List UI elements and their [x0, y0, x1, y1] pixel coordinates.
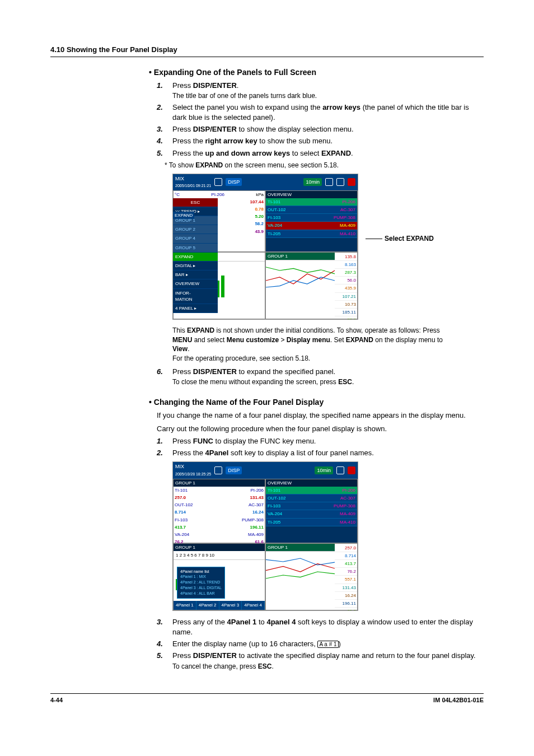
title-mix: MIX2005/10/01 09:21:21: [175, 175, 211, 189]
step-4: 4. Press the right arrow key to show the…: [157, 136, 484, 146]
screenshot-2-wrap: MIX2005/10/28 18:25:25 DISP 10min GROUP …: [172, 461, 484, 613]
below-note-1: This EXPAND is not shown under the initi…: [172, 326, 452, 363]
softkeys: 4Panel 1 4Panel 2 4Panel 3 4Panel 4: [174, 601, 265, 609]
menu-expand[interactable]: EXPAND: [173, 253, 218, 262]
step6-sub: To close the menu without expanding the …: [172, 377, 484, 387]
interval-chip: 10min: [303, 178, 322, 186]
q4-values: 135.8 8.163 287.3 56.0 435.9 107.21 10.7…: [335, 253, 357, 319]
step-3: 3. Press DISP/ENTER to show the display …: [157, 124, 484, 134]
keyboard-icon: [214, 466, 222, 474]
page-footer: 4-44 IM 04L42B01-01E: [50, 693, 484, 704]
steps-expand-6: 6. Press DISP/ENTER to expand the specif…: [157, 367, 484, 387]
titlebar-1: MIX2005/10/01 09:21:21 DISP 10min: [173, 174, 358, 190]
step1-sub: The title bar of one of the panels turns…: [172, 91, 484, 101]
menu-bar[interactable]: BAR ▸: [173, 270, 218, 279]
screenshot-2: MIX2005/10/28 18:25:25 DISP 10min GROUP …: [172, 461, 358, 610]
step-2: 2. Select the panel you wish to expand u…: [157, 102, 484, 123]
steps-expand: 1. Press DISP/ENTER. The title bar of on…: [157, 81, 484, 158]
s2-q4-values: 257.0 8.714 413.7 76.2 557.1 131.43 16.2…: [335, 544, 357, 610]
menu-overview[interactable]: OVERVIEW: [173, 279, 218, 288]
heading-changing: Changing the Name of the Four Panel Disp…: [149, 397, 484, 408]
q2-overview: OVERVIEW TI-101PI-206 OUT-102AC-307 FI-1…: [265, 190, 358, 252]
steps-change-345: 3. Press any of the 4Panel 1 to 4panel 4…: [157, 617, 484, 671]
disp-chip: DISP: [226, 178, 242, 186]
h2-p1: If you change the name of a four panel d…: [157, 410, 484, 421]
disk-icon: [325, 178, 333, 186]
sound-icon: [348, 466, 355, 474]
c-step-2: 2. Press the 4Panel soft key to display …: [157, 448, 484, 458]
c-step-3: 3. Press any of the 4Panel 1 to 4panel 4…: [157, 617, 484, 637]
q4-trend: GROUP 1 135.8 8.163 287.3: [265, 252, 358, 319]
doc-id: IM 04L42B01-01E: [433, 696, 484, 704]
s2-q3-bar: GROUP 1 1 2 3 4 5 6 7 8 9 10 4Panel name…: [173, 543, 265, 610]
s2-q4-trend: GROUP 1 257.0 8.714 413.7: [265, 543, 358, 610]
s2-q2-overview: OVERVIEW TI-101PI-206 OUT-102AC-307 FI-1…: [265, 479, 358, 543]
steps-change: 1. Press FUNC to display the FUNC key me…: [157, 436, 484, 458]
section-header: 4.10 Showing the Four Panel Display: [50, 45, 484, 57]
char-keycap: A a # 1: [317, 641, 338, 648]
menu-esc[interactable]: ESC: [173, 198, 218, 207]
h2-p2: Carry out the following procedure when t…: [157, 424, 484, 434]
plug-icon: [336, 178, 344, 186]
s2-q1-digital: GROUP 1 TI-101PI-206 257.0131.43 OUT-102…: [173, 479, 265, 543]
softkey-4panel4[interactable]: 4Panel 4: [242, 601, 265, 609]
titlebar-2: MIX2005/10/28 18:25:25 DISP 10min: [173, 462, 358, 478]
panel-name-list: 4Panel name list 4Panel 1 : MIX 4Panel 2…: [177, 567, 225, 599]
step-5: 5. Press the up and down arrow keys to s…: [157, 148, 484, 158]
side-expand-pill: EXPAND: [173, 212, 194, 219]
step-6: 6. Press DISP/ENTER to expand the specif…: [157, 367, 484, 387]
heading-expanding: Expanding One of the Panels to Full Scre…: [149, 67, 484, 78]
keyboard-icon: [214, 178, 222, 186]
step1-text: Press DISP/ENTER.: [172, 81, 238, 90]
c-step-5: 5. Press DISP/ENTER to activate the spec…: [157, 651, 484, 671]
c-step-4: 4. Enter the display name (up to 16 char…: [157, 639, 484, 649]
menu-info[interactable]: INFOR- MATION: [173, 289, 218, 304]
screenshot-1-wrap: MIX2005/10/01 09:21:21 DISP 10min °CPI-2…: [172, 174, 484, 323]
softkey-4panel3[interactable]: 4Panel 3: [219, 601, 242, 609]
screenshot-1: MIX2005/10/01 09:21:21 DISP 10min °CPI-2…: [172, 174, 358, 320]
disk-icon: [336, 466, 344, 474]
page-number: 4-44: [50, 696, 63, 704]
menu-digital[interactable]: DIGITAL ▸: [173, 262, 218, 270]
step-1: 1. Press DISP/ENTER. The title bar of on…: [157, 81, 484, 101]
c-step5-sub: To cancel the change, press ESC.: [172, 662, 484, 671]
c-step-1: 1. Press FUNC to display the FUNC key me…: [157, 436, 484, 446]
sound-icon: [348, 178, 355, 186]
main-content: Expanding One of the Panels to Full Scre…: [157, 67, 484, 671]
note-star: * To show EXPAND on the screen menu, see…: [165, 161, 484, 170]
softkey-4panel2[interactable]: 4Panel 2: [196, 601, 219, 609]
callout-expand: Select EXPAND: [366, 234, 434, 244]
menu-4panel[interactable]: 4 PANEL ▸: [173, 304, 218, 313]
softkey-4panel1[interactable]: 4Panel 1: [174, 601, 196, 609]
